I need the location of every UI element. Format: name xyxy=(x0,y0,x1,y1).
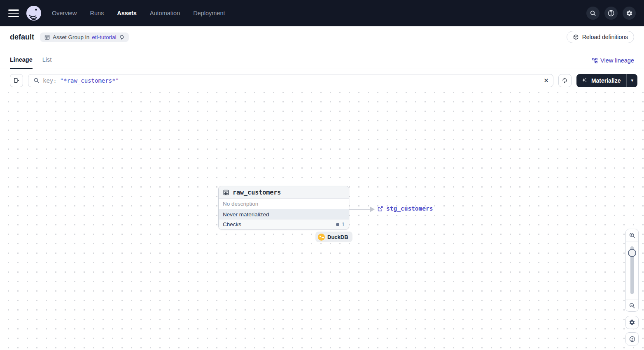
top-nav-actions xyxy=(586,7,636,20)
asset-group-badge: Asset Group in etl-tutorial xyxy=(40,32,129,42)
checks-label: Checks xyxy=(223,221,241,227)
top-nav: Overview Runs Assets Automation Deployme… xyxy=(0,0,644,26)
tab-list[interactable]: List xyxy=(42,56,52,69)
lineage-canvas[interactable]: raw_customers No description Never mater… xyxy=(0,92,644,350)
materialize-label: Materialize xyxy=(591,77,621,84)
sync-icon[interactable] xyxy=(119,34,125,40)
asset-status: Never materialized xyxy=(219,209,349,219)
nav-item-assets[interactable]: Assets xyxy=(117,10,137,16)
refresh-graph-button[interactable] xyxy=(558,74,572,87)
zoom-panel xyxy=(625,229,639,312)
recenter-icon xyxy=(629,336,636,343)
asset-node-raw-customers[interactable]: raw_customers No description Never mater… xyxy=(218,186,349,229)
nav-item-overview[interactable]: Overview xyxy=(52,10,77,16)
page-header: default Asset Group in etl-tutorial Relo… xyxy=(0,26,644,48)
dagster-app: Overview Runs Assets Automation Deployme… xyxy=(0,0,644,350)
reload-definitions-label: Reload definitions xyxy=(582,34,628,40)
refresh-icon xyxy=(562,77,568,83)
checks-count: 1 xyxy=(342,221,345,227)
downstream-asset-label: stg_customers xyxy=(386,205,433,212)
code-location-cube-icon xyxy=(573,34,579,40)
edge-arrowhead-icon xyxy=(370,206,375,212)
kind-badge-duckdb[interactable]: DuckDB xyxy=(315,232,352,242)
materialize-dropdown-button[interactable]: ▾ xyxy=(626,74,637,87)
external-link-icon xyxy=(377,206,383,212)
tab-lineage[interactable]: Lineage xyxy=(10,56,33,69)
nav-links: Overview Runs Assets Automation Deployme… xyxy=(52,10,225,16)
zoom-out-button[interactable] xyxy=(626,299,638,311)
nav-item-deployment[interactable]: Deployment xyxy=(193,10,225,16)
asset-node-header: raw_customers xyxy=(219,186,349,199)
table-grid-icon xyxy=(223,189,229,196)
zoom-slider-handle[interactable] xyxy=(628,249,636,257)
filter-key-text: key: xyxy=(43,77,57,84)
help-icon[interactable] xyxy=(604,7,618,20)
view-lineage-label: View lineage xyxy=(600,57,634,64)
page-title: default xyxy=(10,33,34,42)
asset-filter-input[interactable]: key:"*raw_customers*" ✕ xyxy=(28,74,553,87)
zoom-in-icon xyxy=(629,232,635,239)
search-icon xyxy=(33,77,40,83)
open-sidebar-button[interactable] xyxy=(10,74,23,87)
view-lineage-link[interactable]: View lineage xyxy=(592,57,634,69)
edge-line xyxy=(349,209,371,210)
zoom-out-icon xyxy=(629,302,635,309)
zoom-slider[interactable] xyxy=(626,241,638,299)
downstream-asset-link[interactable]: stg_customers xyxy=(377,205,433,212)
asset-description: No description xyxy=(219,199,349,209)
dagster-logo-icon[interactable] xyxy=(26,5,42,21)
check-status-dot-icon xyxy=(336,223,339,226)
recenter-view-button[interactable] xyxy=(625,332,639,345)
lineage-graph-icon xyxy=(592,58,598,64)
graph-settings-button[interactable] xyxy=(625,316,639,329)
clear-filter-icon[interactable]: ✕ xyxy=(544,77,549,84)
asset-name: raw_customers xyxy=(233,189,281,196)
nav-item-automation[interactable]: Automation xyxy=(150,10,180,16)
kind-badge-label: DuckDB xyxy=(327,234,348,240)
asset-checks-row: Checks 1 xyxy=(219,219,349,229)
gear-icon xyxy=(629,319,635,326)
search-icon[interactable] xyxy=(586,7,600,20)
reload-definitions-button[interactable]: Reload definitions xyxy=(567,31,634,43)
menu-icon[interactable] xyxy=(8,9,19,17)
materialize-split-button: Materialize ▾ xyxy=(576,74,637,87)
lineage-toolbar: key:"*raw_customers*" ✕ Materialize ▾ xyxy=(0,69,644,92)
materialize-button[interactable]: Materialize xyxy=(576,74,627,87)
settings-gear-icon[interactable] xyxy=(623,7,636,20)
code-location-link[interactable]: etl-tutorial xyxy=(92,34,116,40)
duckdb-logo-icon xyxy=(318,234,325,241)
caret-down-icon: ▾ xyxy=(631,78,633,83)
tabs-row: Lineage List View lineage xyxy=(0,48,644,69)
table-grid-icon xyxy=(44,34,50,40)
sparkle-icon xyxy=(581,77,588,84)
nav-item-runs[interactable]: Runs xyxy=(90,10,104,16)
filter-value-text: "*raw_customers*" xyxy=(60,77,119,84)
panel-expand-icon xyxy=(13,77,20,84)
badge-prefix-text: Asset Group in xyxy=(53,34,89,40)
zoom-in-button[interactable] xyxy=(626,229,638,241)
